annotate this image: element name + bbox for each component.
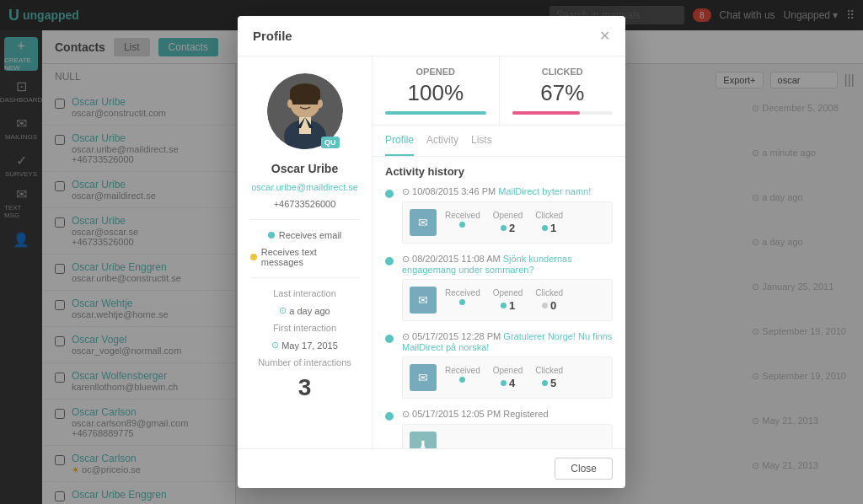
svg-point-10 <box>287 99 292 108</box>
clicked-bar-fill <box>512 111 580 115</box>
profile-right-panel: Opened 100% Clicked 67% <box>373 56 625 448</box>
activity-item-4: ⊙ 05/17/2015 12:05 PM Registered ⬇ <box>385 409 613 448</box>
act-received-1: Received <box>445 211 480 234</box>
activity-subject-link[interactable]: MailDirect byter namn! <box>498 186 591 196</box>
modal-header: Profile ✕ <box>238 16 625 56</box>
email-icon-3: ✉ <box>410 364 437 391</box>
profile-email: oscar.uribe@maildirect.se <box>251 182 358 192</box>
clicked-label: Clicked <box>512 67 614 77</box>
modal-title: Profile <box>253 29 292 43</box>
opened-label: Opened <box>385 67 486 77</box>
activity-dot-2 <box>385 257 394 265</box>
act-received-3: Received <box>445 366 480 389</box>
tab-lists[interactable]: Lists <box>471 126 492 156</box>
opened-dot-2 <box>501 303 507 308</box>
received-val-3 <box>459 377 465 383</box>
stats-row: Opened 100% Clicked 67% <box>373 56 625 126</box>
act-clicked-1: Clicked 1 <box>535 211 563 234</box>
received-dot-1 <box>459 222 465 228</box>
activity-title: Activity history <box>385 165 613 178</box>
email-icon-2: ✉ <box>410 287 437 314</box>
received-val-1 <box>459 222 465 228</box>
first-interaction-date: ⊙ May 17, 2015 <box>271 340 338 351</box>
activity-dot-3 <box>385 335 394 343</box>
clicked-val-3: 5 <box>542 377 556 389</box>
activity-content-3: ⊙ 05/17/2015 12:28 PM Gratulerer Norge! … <box>402 331 613 399</box>
profile-modal: Profile ✕ <box>238 16 625 488</box>
activity-item-3: ⊙ 05/17/2015 12:28 PM Gratulerer Norge! … <box>385 331 613 399</box>
modal-close-button[interactable]: ✕ <box>599 28 610 44</box>
avatar-initials: QU <box>321 137 340 148</box>
last-interaction-label: Last interaction <box>273 288 336 298</box>
modal-body: QU Oscar Uribe oscar.uribe@maildirect.se… <box>238 56 625 448</box>
close-button[interactable]: Close <box>555 458 613 480</box>
opened-value: 100% <box>385 80 486 106</box>
opened-dot-3 <box>501 380 507 386</box>
clicked-dot-1 <box>542 225 548 231</box>
received-dot-3 <box>459 377 465 383</box>
activity-stats-1: Received Opened <box>445 211 605 234</box>
activity-date-4: ⊙ 05/17/2015 12:05 PM Registered <box>402 409 613 420</box>
activity-content-2: ⊙ 08/20/2015 11:08 AM Sjönk kundernas en… <box>402 254 613 321</box>
opened-stat: Opened 100% <box>373 56 500 125</box>
activity-card-1: ✉ Received <box>402 201 613 244</box>
activity-stats-3: Received Opened <box>445 366 605 389</box>
received-label-1: Received <box>445 211 480 220</box>
modal-overlay: Profile ✕ <box>0 0 863 504</box>
clicked-label-1: Clicked <box>535 211 563 220</box>
activity-card-2: ✉ Received <box>402 279 613 321</box>
activity-date-3: ⊙ 05/17/2015 12:28 PM Gratulerer Norge! … <box>402 331 613 352</box>
clicked-dot-3 <box>542 380 548 386</box>
clicked-val-1: 1 <box>542 222 556 234</box>
interactions-count-label: Number of interactions <box>258 357 351 367</box>
received-label-3: Received <box>445 366 480 375</box>
opened-val-2: 1 <box>501 299 515 312</box>
receives-sms-label: Receives text messages <box>261 247 359 267</box>
app-background: U ungapped 8 Chat with us Ungapped ▾ ⠿ ＋… <box>0 0 863 504</box>
act-opened-1: Opened 2 <box>493 211 523 234</box>
opened-label-2: Opened <box>493 288 523 298</box>
opened-dot-1 <box>501 225 507 231</box>
activity-content-4: ⊙ 05/17/2015 12:05 PM Registered ⬇ <box>402 409 613 448</box>
email-icon-1: ✉ <box>410 209 437 236</box>
activity-content-1: ⊙ 10/08/2015 3:46 PM MailDirect byter na… <box>402 186 613 244</box>
svg-point-8 <box>297 99 301 103</box>
avatar-container: QU <box>267 73 343 152</box>
opened-label-1: Opened <box>493 211 523 220</box>
svg-rect-3 <box>290 92 320 105</box>
opened-val-1: 2 <box>501 222 515 234</box>
svg-point-11 <box>318 99 323 108</box>
activity-dot-4 <box>385 412 394 421</box>
activity-stats-2: Received Opened <box>445 288 605 312</box>
tab-activity[interactable]: Activity <box>426 126 458 156</box>
received-label-2: Received <box>445 288 480 298</box>
opened-val-3: 4 <box>501 377 515 389</box>
activity-dot-1 <box>385 190 394 198</box>
activity-card-3: ✉ Received <box>402 357 613 399</box>
activity-area: Activity history ⊙ 10/08/2015 3:46 PM Ma… <box>373 157 625 448</box>
profile-receives-sms: Receives text messages <box>250 247 359 267</box>
profile-phone: +46733526000 <box>274 199 336 209</box>
svg-point-9 <box>309 99 313 103</box>
act-opened-3: Opened 4 <box>493 366 523 389</box>
sms-status-dot <box>250 254 257 260</box>
first-interaction-label: First interaction <box>273 323 336 333</box>
received-val-2 <box>459 299 465 305</box>
activity-card-4: ⬇ <box>402 424 613 448</box>
clicked-label-2: Clicked <box>535 288 563 298</box>
act-clicked-3: Clicked 5 <box>535 366 563 389</box>
activity-item-1: ⊙ 10/08/2015 3:46 PM MailDirect byter na… <box>385 186 613 244</box>
clicked-bar <box>512 111 614 115</box>
opened-bar <box>385 111 486 115</box>
profile-receives-email: Receives email <box>268 230 342 240</box>
profile-tabs: Profile Activity Lists <box>373 126 625 157</box>
opened-label-3: Opened <box>493 366 523 375</box>
tab-profile[interactable]: Profile <box>385 126 414 156</box>
opened-bar-fill <box>385 111 486 115</box>
profile-left-panel: QU Oscar Uribe oscar.uribe@maildirect.se… <box>238 56 373 448</box>
received-dot-2 <box>459 299 465 305</box>
clicked-dot-2 <box>542 303 548 308</box>
profile-name: Oscar Uribe <box>271 162 338 175</box>
act-opened-2: Opened 1 <box>493 288 523 312</box>
clicked-stat: Clicked 67% <box>500 56 626 125</box>
